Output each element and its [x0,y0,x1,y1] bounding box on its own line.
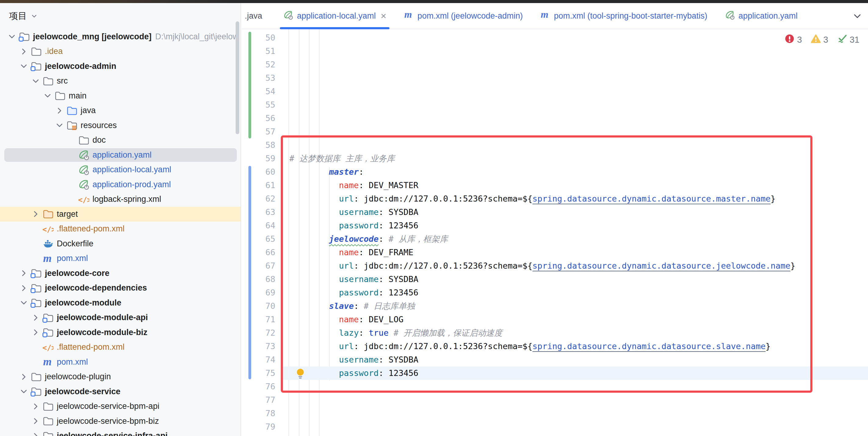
chevron-down-icon[interactable] [31,76,41,86]
gutter-line-number[interactable]: 63 [242,205,275,219]
chevron-right-icon[interactable] [31,401,41,412]
code-line-66[interactable]: name: DEV_FRAME [289,246,868,259]
chevron-right-icon[interactable] [54,105,65,116]
code-line-60[interactable]: master: [289,165,868,179]
gutter-line-number[interactable]: 77 [242,393,275,407]
tree-item-.idea[interactable]: .idea [0,44,241,59]
close-icon[interactable]: × [380,11,386,21]
gutter-line-number[interactable]: 79 [242,420,275,434]
chevron-down-icon[interactable] [7,31,17,42]
tree-item-application-prod.yaml[interactable]: application-prod.yaml [0,177,241,192]
code-line-59[interactable]: # 达梦数据库 主库，业务库 [289,152,868,165]
gutter-line-number[interactable]: 54 [242,85,275,98]
gutter-line-number[interactable]: 57 [242,125,275,138]
tree-item-jeelowcode-admin[interactable]: jeelowcode-admin [0,59,241,74]
chevron-right-icon[interactable] [19,46,29,57]
chevron-down-icon[interactable] [54,120,65,131]
tree-item-jeelowcode-module-biz[interactable]: jeelowcode-module-biz [0,325,241,340]
gutter-line-number[interactable]: 64 [242,219,275,232]
tree-item-jeelowcode-module-api[interactable]: jeelowcode-module-api [0,310,241,325]
gutter-line-number[interactable]: 69 [242,286,275,299]
tree-item-jeelowcode-dependencies[interactable]: jeelowcode-dependencies [0,281,241,296]
code-line-67[interactable]: url: jdbc:dm://127.0.0.1:5236?schema=${s… [289,259,868,273]
tab-pom.xml-jeelowcode-admin-[interactable]: mpom.xml (jeelowcode-admin) [395,3,531,29]
tree-item-target[interactable]: target [0,207,241,222]
code-line-73[interactable]: url: jdbc:dm://127.0.0.1:5236?schema=${s… [289,340,868,353]
chevron-right-icon[interactable] [19,372,29,382]
gutter-line-number[interactable]: 76 [242,380,275,393]
gutter-line-number[interactable]: 75 [242,367,275,380]
tree-item-main[interactable]: main [0,89,241,103]
chevron-down-icon[interactable] [42,91,53,101]
tree-item-jeelowcode-module[interactable]: jeelowcode-module [0,296,241,310]
tree-item-jeelowcode-service-bpm-api[interactable]: jeelowcode-service-bpm-api [0,399,241,414]
code-link[interactable]: spring.datasource.dynamic.datasource.mas… [533,194,771,203]
intention-bulb-icon[interactable] [294,367,306,379]
chevron-right-icon[interactable] [19,268,29,278]
tree-item-resources[interactable]: resources [0,118,241,133]
gutter-line-number[interactable]: 58 [242,138,275,152]
gutter-line-number[interactable]: 66 [242,246,275,259]
gutter-line-number[interactable]: 72 [242,326,275,340]
gutter-line-number[interactable]: 53 [242,71,275,85]
tree-item-jeelowcode-core[interactable]: jeelowcode-core [0,266,241,281]
tree-item-application-local.yaml[interactable]: application-local.yaml [0,163,241,177]
code-line-65[interactable]: jeelowcode: # 从库，框架库 [289,232,868,246]
tree-item-jeelowcode-service[interactable]: jeelowcode-service [0,384,241,399]
code-line-70[interactable]: slave: # 日志库单独 [289,299,868,313]
chevron-down-icon[interactable] [31,12,38,20]
gutter-line-number[interactable]: 73 [242,340,275,353]
tree-item-src[interactable]: src [0,74,241,89]
gutter-line-number[interactable]: 74 [242,353,275,367]
tab-.java[interactable]: .java [242,3,274,29]
tree-item-dockerfile[interactable]: Dockerfile [0,236,241,251]
tab-pom.xml-tool-spring-boot-starter-mybatis-[interactable]: mpom.xml (tool-spring-boot-starter-mybat… [531,3,716,29]
code-line-63[interactable]: username: SYSDBA [289,205,868,219]
gutter-line-number[interactable]: 51 [242,44,275,58]
code-line-64[interactable]: password: 123456 [289,219,868,232]
gutter-line-number[interactable]: 52 [242,58,275,71]
tree-item-jeelowcode-service-bpm-biz[interactable]: jeelowcode-service-bpm-biz [0,414,241,429]
code-line-75[interactable]: password: 123456 [289,367,868,380]
gutter-line-number[interactable]: 60 [242,165,275,179]
chevron-right-icon[interactable] [31,431,41,436]
code-editor[interactable]: 5051525354555657585960616263646566676869… [242,29,868,436]
tree-item-doc[interactable]: doc [0,133,241,148]
tree-item-jeelowcode-mng[interactable]: jeelowcode_mng [jeelowcode]D:\mjkj\local… [0,29,241,44]
gutter-line-number[interactable]: 68 [242,273,275,286]
tab-overflow-chevron[interactable] [852,3,863,29]
tree-item-.flattened-pom.xml[interactable]: </>.flattened-pom.xml [0,222,241,237]
chevron-right-icon[interactable] [31,327,41,337]
gutter-line-number[interactable]: 59 [242,152,275,165]
gutter-line-number[interactable]: 67 [242,259,275,273]
project-panel-header[interactable]: 项目 [0,3,241,29]
gutter-line-number[interactable]: 56 [242,111,275,125]
gutter-line-number[interactable]: 71 [242,313,275,326]
gutter-line-number[interactable]: 65 [242,232,275,246]
gutter-line-number[interactable]: 50 [242,31,275,44]
code-line-71[interactable]: name: DEV_LOG [289,313,868,326]
chevron-right-icon[interactable] [31,209,41,219]
code-line-74[interactable]: username: SYSDBA [289,353,868,367]
chevron-right-icon[interactable] [19,283,29,293]
tree-item-pom.xml[interactable]: mpom.xml [0,251,241,266]
tree-item-java[interactable]: java [0,103,241,118]
chevron-down-icon[interactable] [19,61,29,71]
project-tree-scrollbar[interactable] [236,21,239,134]
code-link[interactable]: spring.datasource.dynamic.datasource.jee… [533,261,790,270]
code-link[interactable]: spring.datasource.dynamic.datasource.sla… [533,341,766,351]
gutter-line-number[interactable]: 61 [242,179,275,192]
code-line-61[interactable]: name: DEV_MASTER [289,179,868,192]
tree-item-logback-spring.xml[interactable]: </>logback-spring.xml [0,192,241,207]
gutter-line-number[interactable]: 78 [242,407,275,420]
tree-item-.flattened-pom.xml[interactable]: </>.flattened-pom.xml [0,340,241,355]
gutter-line-number[interactable]: 62 [242,192,275,205]
code-line-72[interactable]: lazy: true # 开启懒加载，保证启动速度 [289,326,868,340]
tree-item-pom.xml[interactable]: mpom.xml [0,355,241,370]
code-line-69[interactable]: password: 123456 [289,286,868,299]
chevron-right-icon[interactable] [31,416,41,426]
gutter-line-number[interactable]: 70 [242,299,275,313]
tree-item-application.yaml[interactable]: application.yaml [0,147,241,163]
chevron-right-icon[interactable] [31,312,41,323]
gutter-line-number[interactable]: 55 [242,98,275,111]
